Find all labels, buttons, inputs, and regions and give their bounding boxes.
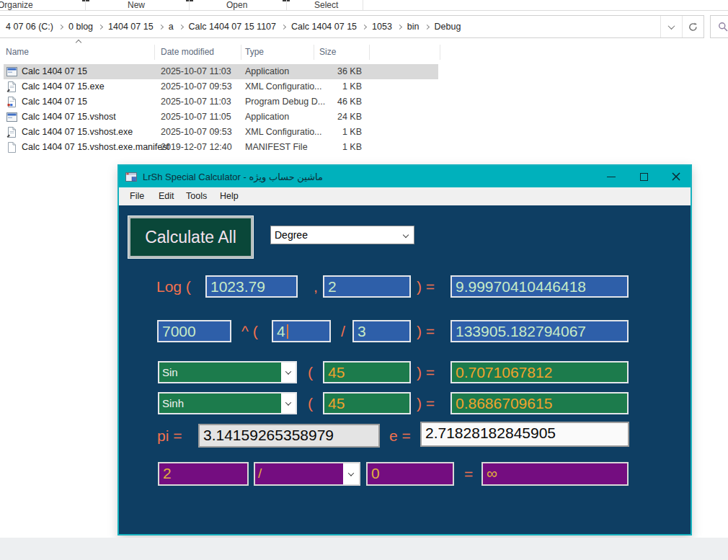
address-bar: 4 07 06 (C:) 0 blog 1404 07 15 a Calc 14… [0,15,728,38]
minimize-icon [607,177,616,177]
log-label: Log ( [156,275,191,298]
window-title: LrSh Special Calculator - ماشين حساب ويژ… [143,172,323,182]
log-arg-input[interactable]: 2 [323,275,411,298]
combobox-dropdown-button[interactable] [281,363,296,382]
close-button[interactable] [665,166,687,187]
hyperbolic-arg-input[interactable]: 45 [323,392,411,414]
division-b-input[interactable]: 0 [366,462,454,486]
menu-edit[interactable]: Edit [156,187,177,205]
breadcrumb-item[interactable]: Debug [431,22,465,32]
ribbon-group-select: Select [314,1,338,10]
calculator-titlebar: LrSh Special Calculator - ماشين حساب ويژ… [119,166,691,187]
power-base-input[interactable]: 7000 [157,320,231,342]
file-row[interactable]: Calc 1404 07 15 2025-10-07 11:03 Program… [0,94,728,110]
hyperbolic-function-combobox[interactable]: Sinh [158,392,297,414]
chevron-right-icon [397,24,402,29]
file-name: Calc 1404 07 15 [22,94,87,110]
trig-result-box[interactable]: 0.7071067812 [450,361,629,383]
column-header-size[interactable]: Size [319,47,336,57]
maximize-button[interactable] [633,166,654,187]
chevron-right-icon [159,24,164,29]
winform-app-icon [125,172,137,182]
menu-help[interactable]: Help [217,187,241,205]
breadcrumb-item[interactable]: 1404 07 15 [105,22,157,32]
file-type: Application [245,110,289,125]
menu-file[interactable]: File [127,187,147,205]
log-close-label: ) = [417,275,435,298]
column-header-date[interactable]: Date modified [161,47,214,57]
calculate-all-button[interactable]: Calculate All [128,216,253,258]
column-separator[interactable] [369,45,370,60]
ribbon-separator [286,0,287,10]
file-date: 2025-10-07 09:53 [161,79,232,94]
column-header-name[interactable]: Name [6,47,29,57]
breadcrumb-item[interactable]: 1053 [368,22,396,32]
division-operator-combobox[interactable]: / [254,462,360,486]
combobox-dropdown-button[interactable] [281,394,296,413]
division-a-input[interactable]: 2 [158,462,249,486]
file-row-selected[interactable]: Calc 1404 07 15 2025-10-07 11:03 Applica… [0,64,728,79]
hyperbolic-result-box[interactable]: 0.8686709615 [450,392,629,414]
trig-open-label: ( [308,361,313,384]
ribbon-separator [85,0,86,10]
file-size: 1 KB [294,140,362,155]
pi-value-box[interactable]: 3.14159265358979 [198,424,380,448]
file-size: 36 KB [294,64,362,79]
column-separator[interactable] [241,45,241,60]
search-input[interactable] [710,15,728,38]
breadcrumb-item[interactable]: 0 blog [65,22,97,32]
trig-arg-input[interactable]: 45 [323,361,411,383]
breadcrumb-item[interactable]: a [165,22,177,32]
sort-ascending-icon [76,40,81,45]
ribbon-group-organize: Organize [0,1,33,10]
minimize-button[interactable] [600,166,622,187]
e-label: e = [389,425,411,448]
calculator-window: LrSh Special Calculator - ماشين حساب ويژ… [117,164,692,535]
power-result-box[interactable]: 133905.182794067 [450,320,629,342]
power-numerator-value: 4 [277,323,285,339]
combobox-dropdown-button[interactable] [343,463,359,484]
breadcrumb-item[interactable]: bin [404,22,423,32]
text-cursor [287,324,288,339]
power-close-label: ) = [417,320,435,343]
ribbon-group-open: Open [226,1,247,10]
menu-tools[interactable]: Tools [183,187,210,205]
calculator-client-area: Calculate All Degree Log ( 1023.79 , 2 )… [119,205,691,534]
e-value-box[interactable]: 2.71828182845905 [420,422,629,447]
xml-config-icon [6,81,17,92]
trig-function-combobox[interactable]: Sin [158,361,297,383]
breadcrumb[interactable]: 4 07 06 (C:) 0 blog 1404 07 15 a Calc 14… [0,15,704,38]
file-date: 2025-10-07 11:03 [161,94,231,110]
file-row[interactable]: Calc 1404 07 15.vshost.exe.manifest 2019… [0,140,728,155]
maximize-icon [640,173,648,181]
division-result-box[interactable]: ∞ [481,462,629,486]
log-base-input[interactable]: 1023.79 [205,275,298,298]
power-denominator-input[interactable]: 3 [352,320,411,342]
chevron-down-icon [403,232,409,238]
column-header-type[interactable]: Type [245,47,264,57]
file-date: 2025-10-07 11:03 [161,64,231,79]
column-separator[interactable] [314,45,314,60]
division-operator-value: / [258,463,262,483]
breadcrumb-item[interactable]: Calc 1404 07 15 1107 [185,22,280,32]
file-row[interactable]: Calc 1404 07 15.vshost.exe 2025-10-07 09… [0,125,728,140]
file-row[interactable]: Calc 1404 07 15.vshost 2025-10-07 11:05 … [0,110,728,125]
column-separator[interactable] [154,45,155,60]
power-slash-label: / [341,320,345,343]
breadcrumb-item[interactable]: Calc 1404 07 15 [288,22,360,32]
chevron-down-icon [285,368,291,374]
hyperbolic-open-label: ( [308,392,313,415]
angle-unit-combobox[interactable]: Degree [270,226,414,244]
breadcrumb-item[interactable]: 4 07 06 (C:) [2,22,57,32]
file-size: 1 KB [294,79,362,94]
application-icon [6,112,17,123]
refresh-button[interactable] [682,16,703,37]
address-dropdown-button[interactable] [660,16,682,37]
column-separator[interactable] [440,45,440,60]
document-icon [6,142,17,153]
power-numerator-input[interactable]: 4 [272,320,331,342]
file-name: Calc 1404 07 15.exe [22,79,105,94]
file-row[interactable]: Calc 1404 07 15.exe 2025-10-07 09:53 XML… [0,79,728,94]
log-result-box[interactable]: 9.99970410446418 [450,275,629,298]
chevron-right-icon [179,24,184,29]
